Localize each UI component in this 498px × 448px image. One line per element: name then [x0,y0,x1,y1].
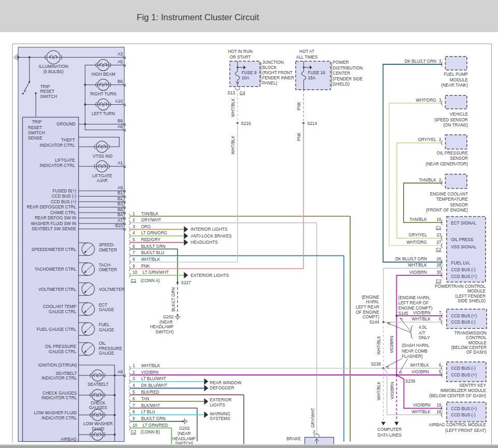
svg-text:POWER: POWER [333,60,349,65]
svg-text:2: 2 [439,137,441,142]
svg-text:HOT AT: HOT AT [299,49,314,54]
svg-text:SIDE SHIELD): SIDE SHIELD) [458,299,486,303]
svg-text:WHT/BLK: WHT/BLK [377,381,381,400]
svg-text:SEATBELT: SEATBELT [56,371,77,376]
svg-text:(FENDER SIDE: (FENDER SIDE [333,77,363,81]
svg-text:BRAKE: BRAKE [286,437,301,441]
svg-text:(ENGINE: (ENGINE [362,295,380,300]
svg-text:(BELOW CENTER: (BELOW CENTER [451,345,487,350]
svg-text:FUEL PUMP: FUEL PUMP [444,72,468,77]
svg-text:CCD BUS (-): CCD BUS (-) [451,320,476,325]
svg-text:OIL: OIL [99,341,106,346]
svg-text:GAUGE: GAUGE [99,307,114,312]
svg-text:S214: S214 [307,121,317,126]
svg-text:DK BLU/WHT: DK BLU/WHT [141,383,168,388]
svg-text:10: 10 [133,270,138,275]
svg-text:B1: B1 [117,191,122,195]
svg-text:TRIP: TRIP [32,120,42,124]
svg-text:RED/GRY: RED/GRY [141,237,161,242]
svg-text:BLK/LT GRN: BLK/LT GRN [171,287,176,312]
svg-text:WHT/BLK: WHT/BLK [408,263,427,268]
svg-text:CCD BUS (+): CCD BUS (+) [451,314,477,318]
svg-text:S227: S227 [181,281,191,285]
svg-text:Fig 1: Instrument Cluster Circ: Fig 1: Instrument Cluster Circuit [137,12,259,22]
svg-text:GRY/WHT: GRY/WHT [311,408,315,428]
svg-text:CCD BUS (+): CCD BUS (+) [451,407,477,411]
svg-text:WHT/BLK: WHT/BLK [412,410,431,414]
svg-text:INDICATOR CTRL: INDICATOR CTRL [42,396,77,400]
svg-text:WHT/BLK: WHT/BLK [231,98,236,117]
svg-text:2: 2 [133,218,135,222]
svg-text:3: 3 [439,59,441,64]
svg-text:FUEL GAUGE CTRL: FUEL GAUGE CTRL [37,327,77,332]
svg-text:(ON TRANS): (ON TRANS) [443,123,468,128]
svg-text:A9: A9 [117,186,122,190]
svg-text:CCD BUS (-): CCD BUS (-) [451,366,476,371]
svg-text:(CONN A): (CONN A) [141,278,160,283]
svg-text:3: 3 [133,376,135,381]
svg-text:WHT/BLK: WHT/BLK [410,363,430,368]
svg-text:HARN,: HARN, [366,300,379,304]
svg-text:LT BLU: LT BLU [141,410,155,414]
svg-text:SPEED-: SPEED- [99,243,115,247]
svg-text:BLK/LT BLU: BLK/LT BLU [141,250,164,255]
svg-text:S216: S216 [241,121,252,126]
svg-text:4.0L: 4.0L [419,325,427,330]
svg-text:9: 9 [133,264,135,269]
svg-text:SWITCH: SWITCH [28,131,45,135]
svg-text:C1: C1 [436,226,441,230]
svg-text:POWERTRAIN CONTROL: POWERTRAIN CONTROL [435,284,486,289]
svg-text:HEADLAMP: HEADLAMP [150,325,174,329]
svg-text:LOW WASHER: LOW WASHER [84,422,113,426]
svg-text:LT GRN/RED: LT GRN/RED [143,423,168,428]
svg-text:BLK/WHT: BLK/WHT [141,403,160,408]
svg-text:VIO/BRN: VIO/BRN [390,335,394,353]
svg-text:GRY/YEL: GRY/YEL [409,233,427,237]
svg-text:VIO/BRN: VIO/BRN [141,370,159,375]
svg-text:4: 4 [133,231,135,235]
svg-text:7: 7 [439,311,441,315]
svg-text:A10: A10 [115,99,123,104]
svg-text:COMPUTER: COMPUTER [377,427,402,432]
svg-text:AIRBAG: AIRBAG [61,437,77,442]
svg-text:CCD BUS (+): CCD BUS (+) [51,200,77,204]
svg-text:6: 6 [133,244,135,249]
svg-text:(LEFT FENDER: (LEFT FENDER [455,294,486,299]
svg-text:VIO/BRN: VIO/BRN [413,403,431,408]
svg-text:1: 1 [133,212,135,216]
svg-text:VIO/BRN: VIO/BRN [411,370,429,374]
svg-text:SENSE: SENSE [28,136,43,141]
svg-text:COMPT): COMPT) [363,315,380,319]
svg-text:8: 8 [133,410,135,414]
svg-text:LT BLU/WHT: LT BLU/WHT [141,376,166,381]
svg-text:10A: 10A [242,76,250,80]
svg-text:OF DASH): OF DASH) [466,350,487,355]
svg-text:SEATBELT SW SENSE: SEATBELT SW SENSE [32,227,77,231]
svg-text:3: 3 [133,225,135,229]
svg-text:30: 30 [436,270,441,275]
svg-text:NEAR COMB: NEAR COMB [402,349,428,354]
svg-text:(NEAR: (NEAR [177,431,191,436]
svg-text:(CONN B): (CONN B) [141,430,160,435]
svg-text:A5: A5 [117,60,122,64]
svg-text:4: 4 [133,383,135,388]
svg-text:AJAR: AJAR [97,178,108,183]
svg-text:OMETER: OMETER [99,248,117,253]
svg-text:10: 10 [133,423,138,428]
svg-text:6: 6 [439,363,441,368]
svg-text:CHECK GAUGES: CHECK GAUGES [43,391,77,396]
svg-text:BLOCK: BLOCK [262,65,277,70]
svg-text:DATA LINES: DATA LINES [378,433,402,438]
svg-text:TAN/BLK: TAN/BLK [141,212,159,216]
svg-text:OIL PRESS: OIL PRESS [451,237,474,242]
svg-text:C2: C2 [436,247,441,252]
svg-text:VIO/BRN: VIO/BRN [413,311,431,315]
svg-text:GRY/WHT: GRY/WHT [141,218,161,222]
svg-text:GAUGE CTRL: GAUGE CTRL [49,349,77,354]
svg-text:SEATBELT: SEATBELT [88,382,109,387]
svg-text:DK BLU/LT GRN: DK BLU/LT GRN [405,59,436,64]
svg-text:18: 18 [436,410,441,414]
svg-text:FENDER INNER: FENDER INNER [262,76,294,80]
svg-text:CCD BUS (-): CCD BUS (-) [52,194,77,199]
svg-text:WHT/BLK: WHT/BLK [412,317,431,321]
